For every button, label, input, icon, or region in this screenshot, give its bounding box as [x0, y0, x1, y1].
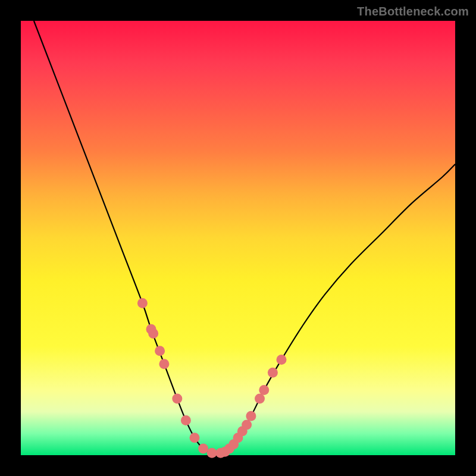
data-dot [159, 359, 169, 369]
data-dot [137, 298, 148, 308]
data-dot [277, 355, 287, 365]
data-dot [242, 419, 252, 430]
data-dots [137, 298, 287, 458]
watermark-text: TheBottleneck.com [357, 5, 469, 18]
data-dot [246, 411, 256, 421]
bottleneck-curve [34, 21, 455, 453]
data-dot [198, 444, 208, 454]
data-dot [155, 346, 165, 356]
data-dot [148, 328, 158, 339]
data-dot [207, 448, 217, 458]
plot-gradient-area [21, 21, 455, 455]
data-dot [255, 394, 265, 404]
data-dot [268, 368, 278, 378]
data-dot [190, 433, 200, 443]
data-dot [181, 415, 191, 425]
bottleneck-curve-svg [21, 21, 455, 455]
data-dot [259, 385, 269, 395]
data-dot [172, 394, 182, 404]
